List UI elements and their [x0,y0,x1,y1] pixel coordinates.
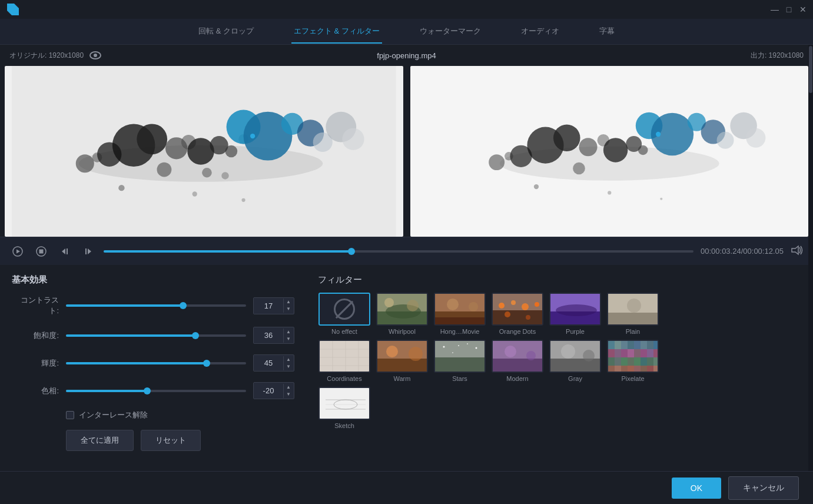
svg-marker-52 [16,249,20,253]
hue-down[interactable]: ▼ [284,391,293,398]
brightness-slider[interactable] [66,362,246,364]
reset-button[interactable]: リセット [141,430,201,451]
svg-marker-55 [62,248,65,254]
stop-button[interactable] [33,243,49,260]
svg-point-30 [510,145,532,167]
filter-label-hong-movie: Hong…Movie [440,328,480,335]
filter-item-no-effect[interactable]: No effect [318,293,371,335]
svg-point-25 [241,198,245,202]
main-content: 基本効果 コントラスト: 17 ▲ ▼ 飽和度: [0,265,813,460]
svg-rect-127 [653,341,659,349]
saturation-row: 飽和度: 36 ▲ ▼ [12,327,294,344]
svg-point-38 [505,152,513,161]
svg-point-100 [409,347,423,361]
svg-point-31 [553,124,580,151]
svg-point-7 [187,138,214,165]
hue-input-wrap: -20 ▲ ▼ [253,382,294,399]
minimize-button[interactable]: — [769,4,780,15]
svg-rect-97 [377,359,428,373]
svg-point-48 [608,191,611,194]
svg-point-71 [469,302,478,311]
filter-item-sketch[interactable]: Sketch [318,387,371,429]
contrast-input[interactable]: 17 [254,298,283,314]
player-progress-bar[interactable] [104,250,693,253]
apply-all-button[interactable]: 全てに適用 [66,430,134,451]
filter-item-purple[interactable]: Purple [549,293,602,335]
svg-point-65 [407,300,419,311]
contrast-down[interactable]: ▼ [284,306,293,313]
svg-point-64 [384,298,394,307]
svg-rect-111 [493,341,543,359]
saturation-down[interactable]: ▼ [284,336,293,343]
filter-item-hong-movie[interactable]: Hong…Movie [433,293,486,335]
close-button[interactable]: ✕ [798,4,808,15]
ok-button[interactable]: OK [672,478,721,499]
interlace-label: インターレース解除 [79,410,148,420]
contrast-up[interactable]: ▲ [284,299,293,306]
saturation-input[interactable]: 36 [254,327,283,343]
tab-watermark[interactable]: ウォーターマーク [417,20,483,44]
svg-point-80 [526,315,530,320]
play-button[interactable] [9,243,26,260]
filter-label-coordinates: Coordinates [327,375,361,382]
hue-spinners: ▲ ▼ [283,384,293,398]
contrast-slider[interactable] [66,304,246,307]
svg-point-46 [746,128,765,148]
preview-original [5,66,403,237]
svg-rect-149 [641,366,647,373]
svg-point-34 [603,138,627,162]
filter-thumb-stars [434,340,486,373]
filter-item-gray[interactable]: Gray [549,340,602,382]
tab-effects[interactable]: エフェクト & フィルター [291,20,382,44]
saturation-up[interactable]: ▲ [284,329,293,336]
scrollbar-thumb[interactable] [809,46,812,93]
svg-point-37 [489,154,505,170]
brightness-up[interactable]: ▲ [284,356,293,363]
interlace-checkbox[interactable] [66,411,74,419]
svg-rect-138 [621,357,628,366]
filter-item-coordinates[interactable]: Coordinates [318,340,371,382]
filter-item-warm[interactable]: Warm [376,340,429,382]
volume-icon[interactable] [791,245,804,258]
svg-point-78 [535,302,539,307]
title-bar: — □ ✕ [0,0,813,19]
filter-thumb-purple [549,293,601,326]
filter-thumb-plain [607,293,659,326]
brightness-input[interactable]: 45 [254,355,283,371]
hue-up[interactable]: ▲ [284,384,293,391]
svg-point-117 [561,344,575,359]
filter-item-whirlpool[interactable]: Whirlpool [376,293,429,335]
eye-icon[interactable] [89,51,101,59]
filter-item-orange-dots[interactable]: Orange Dots [491,293,544,335]
filter-item-modern[interactable]: Modern [491,340,544,382]
hue-input[interactable]: -20 [254,383,283,399]
bottom-bar: OK キャンセル [0,471,813,504]
maximize-button[interactable]: □ [784,4,794,15]
contrast-input-wrap: 17 ▲ ▼ [253,297,294,314]
filter-thumb-hong-movie [434,293,486,326]
svg-point-76 [511,300,516,305]
svg-point-70 [447,299,459,310]
next-frame-button[interactable] [80,243,97,260]
contrast-fill [66,304,183,307]
tab-audio[interactable]: オーディオ [519,20,562,44]
hue-slider[interactable] [66,390,246,392]
tab-subtitles[interactable]: 字幕 [597,20,617,44]
filter-item-stars[interactable]: Stars [433,340,486,382]
prev-frame-button[interactable] [57,243,73,260]
tab-rotate[interactable]: 回転 & クロップ [196,20,256,44]
svg-point-84 [556,304,597,316]
brightness-down[interactable]: ▼ [284,363,293,370]
svg-point-47 [533,184,538,189]
filter-item-plain[interactable]: Plain [606,293,659,335]
brightness-row: 輝度: 45 ▲ ▼ [12,354,294,372]
svg-point-99 [386,346,398,357]
svg-rect-68 [435,294,486,311]
scrollbar[interactable] [808,45,813,471]
cancel-button[interactable]: キャンセル [728,476,799,500]
svg-point-11 [76,154,94,173]
svg-rect-130 [621,349,628,357]
filter-item-pixelate[interactable]: Pixelate [606,340,659,382]
saturation-slider[interactable] [66,334,246,337]
svg-point-106 [476,347,477,349]
